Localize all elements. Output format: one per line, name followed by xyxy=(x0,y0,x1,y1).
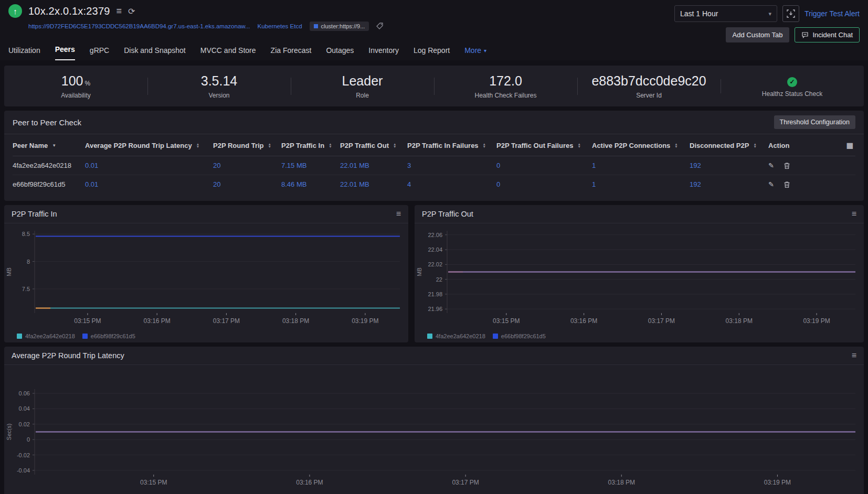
chart-plot-area[interactable]: 22.0622.0422.022221.9821.9603:15 PM03:16… xyxy=(415,223,864,331)
cell-average-p2p-round-trip-latency[interactable]: 0.01 xyxy=(85,180,213,188)
refresh-icon[interactable]: ⟳ xyxy=(128,6,135,16)
table-columns-icon[interactable]: ▦ xyxy=(846,141,853,149)
hamburger-menu-icon[interactable]: ≡ xyxy=(117,6,122,17)
sort-icon[interactable]: ▲▼ xyxy=(753,143,756,148)
stat-label: Availability xyxy=(61,92,90,99)
legend-color-icon xyxy=(17,334,22,339)
tab-inventory[interactable]: Inventory xyxy=(368,46,399,60)
peer-table-header-row: Peer Name▼Average P2P Round Trip Latency… xyxy=(13,134,855,156)
sort-desc-icon[interactable]: ▼ xyxy=(52,143,56,148)
cell-p2p-traffic-in[interactable]: 8.46 MB xyxy=(281,180,340,188)
delete-icon[interactable] xyxy=(784,181,790,188)
cell-p2p-traffic-in-failures[interactable]: 4 xyxy=(407,180,496,188)
edit-icon[interactable]: ✎ xyxy=(768,180,774,188)
chart-plot-area[interactable]: 8.587.503:15 PM03:16 PM03:17 PM03:18 PM0… xyxy=(4,223,408,331)
sort-icon[interactable]: ▲▼ xyxy=(393,143,396,148)
tab-mvcc-and-store[interactable]: MVCC and Store xyxy=(200,46,256,60)
cell-p2p-traffic-out[interactable]: 22.01 MB xyxy=(340,180,407,188)
cell-p2p-traffic-in[interactable]: 7.15 MB xyxy=(281,162,340,169)
svg-text:03:16 PM: 03:16 PM xyxy=(296,479,323,486)
cell-p2p-traffic-out[interactable]: 22.01 MB xyxy=(340,162,407,169)
tag-icon[interactable] xyxy=(376,23,384,30)
snapshot-button[interactable] xyxy=(782,5,799,22)
cell-p2p-round-trip[interactable]: 20 xyxy=(213,180,281,188)
delete-icon[interactable] xyxy=(784,162,790,169)
cell-active-p2p-connections[interactable]: 1 xyxy=(592,180,690,188)
svg-text:-0.02: -0.02 xyxy=(17,452,30,458)
snapshot-icon xyxy=(787,9,795,18)
threshold-configuration-button[interactable]: Threshold Configuration xyxy=(774,115,855,129)
integration-type-link[interactable]: Kubernetes Etcd xyxy=(258,23,302,29)
tab-disk-and-snapshot[interactable]: Disk and Snapshot xyxy=(124,46,186,60)
legend-item-e66bf98f29c61d5[interactable]: e66bf98f29c61d5 xyxy=(82,333,135,339)
cell-active-p2p-connections[interactable]: 1 xyxy=(592,162,690,169)
column-header-action: Action▦ xyxy=(768,141,855,149)
top-header: ↑ 10x.2x.0.1x:2379 ≡ ⟳ https://9D72FED6C… xyxy=(0,0,868,42)
trigger-test-alert-link[interactable]: Trigger Test Alert xyxy=(805,9,860,18)
cell-average-p2p-round-trip-latency[interactable]: 0.01 xyxy=(85,162,213,169)
cell-disconnected-p2p[interactable]: 192 xyxy=(690,180,768,188)
sort-icon[interactable]: ▲▼ xyxy=(196,143,199,148)
sort-icon[interactable]: ▲▼ xyxy=(329,143,332,148)
svg-text:-0.04: -0.04 xyxy=(17,467,30,474)
tab-log-report[interactable]: Log Report xyxy=(414,46,450,60)
monitor-title: 10x.2x.0.1x:2379 xyxy=(28,5,110,17)
column-header-peer-name[interactable]: Peer Name▼ xyxy=(13,142,85,149)
chevron-down-icon: ▾ xyxy=(484,48,486,53)
tab-zia-forecast[interactable]: Zia Forecast xyxy=(271,46,312,60)
sort-icon[interactable]: ▲▼ xyxy=(483,143,486,148)
chart-plot-area[interactable]: 0.060.040.020-0.02-0.0403:15 PM03:16 PM0… xyxy=(4,365,864,494)
svg-text:22.04: 22.04 xyxy=(428,246,442,253)
sort-icon[interactable]: ▲▼ xyxy=(577,143,580,148)
svg-text:MB: MB xyxy=(416,267,422,276)
chart-menu-icon[interactable]: ≡ xyxy=(396,209,401,219)
table-row-e66bf98f29c61d5: e66bf98f29c61d50.01208.46 MB22.01 MB4011… xyxy=(13,175,855,194)
column-header-p2p-traffic-in-failures[interactable]: P2P Traffic In Failures▲▼ xyxy=(407,142,496,149)
incident-chat-button[interactable]: Incident Chat xyxy=(795,27,860,42)
legend-item-e66bf98f29c61d5[interactable]: e66bf98f29c61d5 xyxy=(493,333,546,339)
cell-disconnected-p2p[interactable]: 192 xyxy=(690,162,768,169)
svg-text:03:18 PM: 03:18 PM xyxy=(726,317,753,325)
edit-icon[interactable]: ✎ xyxy=(768,162,774,169)
svg-text:7.5: 7.5 xyxy=(22,286,30,292)
legend-item-4fa2ee2a642e0218[interactable]: 4fa2ee2a642e0218 xyxy=(17,333,75,339)
tab-peers[interactable]: Peers xyxy=(55,45,75,60)
add-custom-tab-button[interactable]: Add Custom Tab xyxy=(726,27,790,42)
peer-table: Peer Name▼Average P2P Round Trip Latency… xyxy=(4,134,864,194)
tab-more[interactable]: More ▾ xyxy=(464,46,486,60)
legend-item-4fa2ee2a642e0218[interactable]: 4fa2ee2a642e0218 xyxy=(427,333,485,339)
column-header-active-p2p-connections[interactable]: Active P2P Connections▲▼ xyxy=(592,142,690,149)
stat-label: Server Id xyxy=(636,92,662,99)
chart-title: Average P2P Round Trip Latency xyxy=(12,351,124,360)
sort-icon[interactable]: ▲▼ xyxy=(674,143,678,148)
legend-color-icon xyxy=(427,334,432,339)
cell-p2p-traffic-out-failures[interactable]: 0 xyxy=(496,162,592,169)
svg-text:22.06: 22.06 xyxy=(428,232,442,238)
column-header-p2p-traffic-in[interactable]: P2P Traffic In▲▼ xyxy=(281,142,340,149)
column-header-average-p2p-round-trip-latency[interactable]: Average P2P Round Trip Latency▲▼ xyxy=(85,142,213,149)
tab-bar: UtilizationPeersgRPCDisk and SnapshotMVC… xyxy=(0,42,868,60)
chart-menu-icon[interactable]: ≡ xyxy=(852,209,856,219)
tab-utilization[interactable]: Utilization xyxy=(8,46,40,60)
peer-name: e66bf98f29c61d5 xyxy=(13,180,85,188)
stat-server-id: e883b7dcc0de9c20Server Id xyxy=(577,73,721,99)
cell-p2p-round-trip[interactable]: 20 xyxy=(213,162,281,169)
svg-text:03:19 PM: 03:19 PM xyxy=(803,317,830,325)
monitor-url-link[interactable]: https://9D72FED6C5E1793CDDC562B19AA6BD94… xyxy=(28,23,250,29)
tab-outages[interactable]: Outages xyxy=(326,46,354,60)
column-header-p2p-round-trip[interactable]: P2P Round Trip▲▼ xyxy=(213,142,281,149)
sort-icon[interactable]: ▲▼ xyxy=(268,143,271,148)
column-header-p2p-traffic-out[interactable]: P2P Traffic Out▲▼ xyxy=(340,142,407,149)
chart-menu-icon[interactable]: ≡ xyxy=(852,351,856,360)
column-header-p2p-traffic-out-failures[interactable]: P2P Traffic Out Failures▲▼ xyxy=(496,142,592,149)
chart-p2p-traffic-in: P2P Traffic In≡8.587.503:15 PM03:16 PM03… xyxy=(4,205,408,342)
stat-label: Health Check Failures xyxy=(474,92,536,99)
time-range-dropdown[interactable]: Last 1 Hour ▾ xyxy=(674,5,777,22)
cluster-badge[interactable]: cluster:https://9... xyxy=(310,22,369,31)
svg-text:21.96: 21.96 xyxy=(428,306,442,312)
cell-p2p-traffic-out-failures[interactable]: 0 xyxy=(496,180,592,188)
svg-text:0.02: 0.02 xyxy=(19,421,30,427)
tab-grpc[interactable]: gRPC xyxy=(90,46,109,60)
column-header-disconnected-p2p[interactable]: Disconnected P2P▲▼ xyxy=(690,142,768,149)
cell-p2p-traffic-in-failures[interactable]: 3 xyxy=(407,162,496,169)
